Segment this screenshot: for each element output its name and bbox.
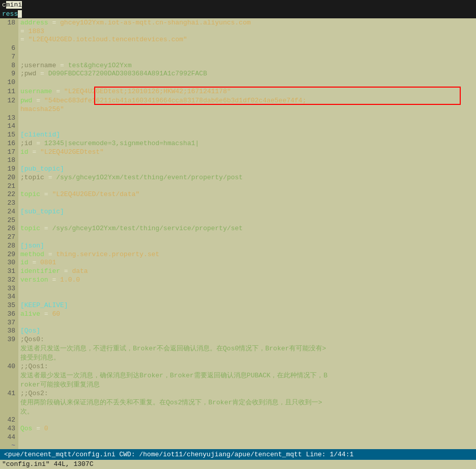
line-tencent: = "L2EQ4U2GED.iotcloud.tencentdevices.co… — [0, 36, 476, 44]
line-8: 8 ;username = test&ghcey1O2Yxm — [0, 61, 476, 70]
line-43: 43 Qos = 0 — [0, 424, 476, 433]
line-21: 21 — [0, 182, 476, 190]
line-39: 39 ;Qos0: — [0, 335, 476, 344]
line-9: 9 ;pwd = D090FBDCC327200DAD3083684A891A1… — [0, 70, 476, 78]
line-40-cont2: roker可能接收到重复消息 — [0, 380, 476, 389]
line-44: 44 — [0, 433, 476, 442]
line-23: 23 — [0, 199, 476, 207]
line-36: 36 alive = 60 — [0, 310, 476, 318]
second-bar: ress — [0, 10, 476, 18]
line-39-cont2: 接受到消息。 — [0, 353, 476, 362]
line-tencent-content: = "L2EQ4U2GED.iotcloud.tencentdevices.co… — [18, 36, 187, 43]
line-38: 38 [Qos] — [0, 327, 476, 336]
line-7: 7 — [0, 52, 476, 61]
line-19: 19 [pub_topic] — [0, 164, 476, 173]
line-port: = 1883 — [0, 27, 476, 36]
line-10: 10 — [0, 78, 476, 87]
status-bar2-text: "config.ini" 44L, 1307C — [2, 460, 93, 468]
top-bar-text: cmini — [2, 1, 22, 9]
line-28: 28 [json] — [0, 241, 476, 250]
line-27: 27 — [0, 233, 476, 241]
line-33: 33 — [0, 284, 476, 293]
line-29: 29 method = thing.service.property.set — [0, 250, 476, 259]
line-14: 14 — [0, 122, 476, 131]
editor-container: cmini ress 18 address = ghcey1O2Yxm.iot-… — [0, 0, 476, 469]
line-tilde: ~ — [0, 442, 476, 449]
line-6: 6 — [0, 44, 476, 52]
line-22: 22 topic = "L2EQ4U2GED/test/data" — [0, 190, 476, 199]
line-41-cont1: 使用两阶段确认来保证消息的不丢失和不重复。在Qos2情况下，Broker肯定会收… — [0, 398, 476, 407]
line-24: 24 [sub_topic] — [0, 207, 476, 216]
line-32: 32 version = 1.0.0 — [0, 275, 476, 284]
line-40-cont1: 发送者最少发送一次消息，确保消息到达Broker，Broker需要返回确认消息P… — [0, 371, 476, 380]
line-18-content: address = ghcey1O2Yxm.iot-as-mqtt.cn-sha… — [18, 19, 251, 26]
line-41: 41 ;;Qos2: — [0, 389, 476, 398]
line-37: 37 — [0, 318, 476, 327]
line-40: 40 ;;Qos1: — [0, 362, 476, 371]
line-17: 17 id = "L2EQ4U2GEDtest" — [0, 148, 476, 156]
line-12: 12 pwd = "54bec683dfe16211cb41a160341966… — [0, 96, 476, 105]
lines-11-12-container: 11 username = "L2EQ4U2GEDtest;12010126;H… — [0, 87, 476, 105]
line-34: 34 — [0, 293, 476, 301]
line-num-18: 18 — [0, 18, 18, 27]
line-16: 16 ;id = 12345|securemode=3,signmethod=h… — [0, 139, 476, 148]
line-port-content: = 1883 — [18, 27, 44, 35]
line-30: 30 id = 0801 — [0, 259, 476, 267]
top-bar: cmini — [0, 0, 476, 10]
line-num-empty1 — [0, 27, 18, 36]
line-26: 26 topic = /sys/ghcey1O2Yxm/test/thing/s… — [0, 225, 476, 233]
status-bar2: "config.ini" 44L, 1307C — [0, 460, 476, 470]
line-18b: 18 — [0, 156, 476, 165]
line-num-empty2 — [0, 36, 18, 44]
line-12-cont: hmacsha256" — [0, 105, 476, 114]
line-39-cont1: 发送者只发送一次消息，不进行重试，Broker不会返回确认消息。在Qos0情况下… — [0, 344, 476, 353]
line-31: 31 identifier = data — [0, 267, 476, 275]
line-41-cont2: 次。 — [0, 407, 476, 416]
line-15: 15 [clientid] — [0, 130, 476, 139]
status-bar-text: <pue/tencent_mqtt/config.ini CWD: /home/… — [4, 451, 354, 458]
line-20: 20 ;topic = /sys/ghcey1O2Yxm/test/thing/… — [0, 173, 476, 182]
address-text: ress — [2, 10, 22, 18]
line-35: 35 [KEEP_ALIVE] — [0, 301, 476, 310]
line-11: 11 username = "L2EQ4U2GEDtest;12010126;H… — [0, 87, 476, 96]
line-25: 25 — [0, 216, 476, 225]
line-13: 13 — [0, 114, 476, 122]
line-42: 42 — [0, 416, 476, 425]
status-bar: <pue/tencent_mqtt/config.ini CWD: /home/… — [0, 449, 476, 460]
line-18-bar: 18 address = ghcey1O2Yxm.iot-as-mqtt.cn-… — [0, 18, 476, 27]
